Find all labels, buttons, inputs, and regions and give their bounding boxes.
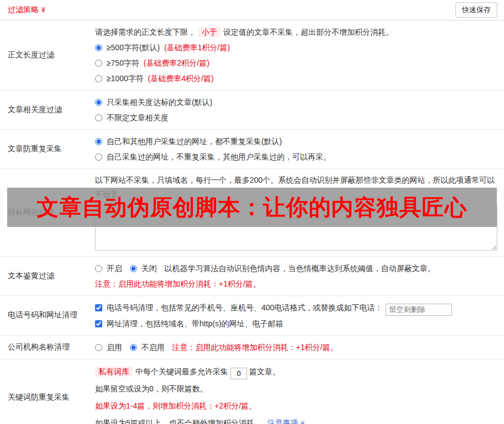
radio-porn-off-label: 关闭 (141, 264, 157, 273)
max-articles-input[interactable] (230, 368, 247, 379)
row-keyword-dedup: 关键词防重复采集 私有词库中每个关键词最多允许采集篇文章。 如果留空或设为0，则… (0, 359, 504, 424)
page-title-group: 过滤策略≫ (8, 5, 47, 15)
radio-dedup-self-only[interactable]: 自己采集过的网址，不重复采集，其他用户采集过的，可以再采。 (95, 149, 497, 165)
row-label-company: 公司机构名称清理 (0, 340, 95, 355)
collapse-chevron-icon[interactable]: ≫ (40, 7, 47, 13)
radio-750-label: ≥750字符 (107, 59, 139, 67)
keyword-line1-end: 篇文章。 (249, 367, 280, 376)
radio-dedup-all-users-label: 自己和其他用户采集过的网址，都不重复采集(默认) (107, 137, 282, 146)
radio-dedup-self-only-input[interactable] (95, 153, 102, 161)
keyword-line3-cost-note: 如果设为1-4篇，则增加积分消耗：+2积分/篇。 (95, 398, 497, 415)
radio-500-label: ≥500字符(默认) (107, 43, 160, 52)
company-cost-note: 注意：启用此功能将增加积分消耗：+1积分/篇。 (172, 343, 338, 352)
radio-option-500[interactable]: ≥500字符(默认) (基础费率1积分/篇) (95, 40, 497, 55)
desc-pre: 请选择需求的正文长度下限， (95, 28, 196, 36)
radio-1000-input[interactable] (95, 75, 102, 82)
keyword-line2: 如果留空或设为0，则不限篇数。 (95, 380, 497, 398)
radio-750-note: (基础费率2积分/篇) (144, 59, 209, 67)
radio-dedup-self-only-label: 自己采集过的网址，不重复采集，其他用户采集过的，可以再采。 (107, 152, 331, 161)
row-label-relevance: 文章相关度过滤 (0, 94, 95, 125)
replacement-phone-input[interactable] (386, 304, 452, 316)
checkbox-phone-cleanup-label: 电话号码清理，包括常见的手机号、座机号、400电话格式，或替换成如下电话： (107, 303, 382, 312)
radio-dedup-all-users-input[interactable] (95, 138, 102, 145)
radio-relevance-any[interactable]: 不限定文章相关度 (95, 110, 497, 125)
page-title: 过滤策略 (8, 5, 39, 14)
keyword-line1-mid: 中每个关键词最多允许采集 (135, 367, 228, 376)
checkbox-phone-cleanup[interactable]: 电话号码清理，包括常见的手机号、座机号、400电话格式，或替换成如下电话： (95, 300, 382, 315)
page-header: 过滤策略≫ 快速保存 (0, 0, 504, 20)
radio-relevance-any-label: 不限定文章相关度 (107, 113, 169, 122)
radio-1000-note: (基础费率4积分/篇) (148, 74, 214, 83)
radio-500-note: (基础费率1积分/篇) (164, 43, 230, 52)
row-relevance-filter: 文章相关度过滤 只采集相关度达标的文章(默认) 不限定文章相关度 (0, 91, 504, 130)
checkbox-url-cleanup-input[interactable] (95, 320, 102, 327)
row-label-dedup: 文章防重复采集 (0, 134, 95, 165)
row-body-length-filter: 正文长度过滤 请选择需求的正文长度下限，小于设定值的文章不采集，超出部分不增加积… (0, 20, 504, 91)
radio-porn-off[interactable]: 关闭 (130, 261, 157, 276)
watermark-banner-text: 文章自动伪原创脚本：让你的内容独具匠心 (37, 192, 468, 222)
radio-relevance-strict-input[interactable] (95, 99, 102, 106)
row-label-body-length: 正文长度过滤 (0, 24, 95, 86)
row-label-porn-filter: 文本鉴黄过滤 (0, 261, 95, 292)
row-phone-url-cleanup: 电话号码和网址清理 电话号码清理，包括常见的手机号、座机号、400电话格式，或替… (0, 296, 504, 336)
private-lexicon-tag: 私有词库 (95, 367, 133, 377)
porn-filter-desc: 以机器学习算法自动识别色情内容，当色情概率达到系统阈值，自动屏蔽文章。 (165, 264, 435, 273)
radio-dedup-all-users[interactable]: 自己和其他用户采集过的网址，都不重复采集(默认) (95, 134, 497, 149)
radio-company-off[interactable]: 不启用 (130, 340, 165, 355)
radio-1000-label: ≥1000字符 (107, 74, 144, 83)
radio-relevance-any-input[interactable] (95, 114, 102, 121)
body-length-desc: 请选择需求的正文长度下限，小于设定值的文章不采集，超出部分不增加积分消耗。 (95, 24, 497, 40)
radio-company-on-label: 启用 (107, 343, 122, 352)
radio-porn-on-label: 开启 (107, 264, 122, 273)
highlight-keyword: 小于 (198, 27, 221, 37)
radio-porn-on-input[interactable] (95, 265, 102, 272)
radio-company-on[interactable]: 启用 (95, 340, 122, 355)
row-label-keyword: 关键词防重复采集 (0, 363, 95, 424)
radio-option-1000[interactable]: ≥1000字符 (基础费率4积分/篇) (95, 71, 497, 86)
checkbox-phone-cleanup-input[interactable] (95, 304, 102, 311)
radio-750-input[interactable] (95, 60, 102, 67)
radio-option-750[interactable]: ≥750字符 (基础费率2积分/篇) (95, 55, 497, 71)
radio-company-off-label: 不启用 (141, 343, 165, 352)
radio-500-input[interactable] (95, 44, 102, 51)
keyword-line4: 如果设为5篇或以上，也不会额外增加积分消耗。 (95, 418, 262, 424)
radio-porn-off-input[interactable] (130, 265, 137, 272)
quick-save-button[interactable]: 快速保存 (455, 2, 497, 18)
checkbox-url-cleanup[interactable]: 网址清理，包括纯域名、带http(s)的网址、电子邮箱 (95, 316, 284, 331)
radio-company-on-input[interactable] (95, 344, 102, 351)
porn-filter-cost-note: 注意：启用此功能将增加积分消耗：+1积分/篇。 (95, 276, 497, 292)
radio-porn-on[interactable]: 开启 (95, 261, 122, 276)
row-company-cleanup: 公司机构名称清理 启用 不启用 注意：启用此功能将增加积分消耗：+1积分/篇。 (0, 336, 504, 359)
row-porn-filter: 文本鉴黄过滤 开启 关闭 以机器学习算法自动识别色情内容，当色情概率达到系统阈值… (0, 257, 504, 296)
watermark-banner: 文章自动伪原创脚本：让你的内容独具匠心 (7, 188, 497, 227)
radio-relevance-strict-label: 只采集相关度达标的文章(默认) (107, 98, 212, 107)
checkbox-url-cleanup-label: 网址清理，包括纯域名、带http(s)的网址、电子邮箱 (107, 319, 284, 328)
row-dedup-collection: 文章防重复采集 自己和其他用户采集过的网址，都不重复采集(默认) 自己采集过的网… (0, 130, 504, 169)
desc-post: 设定值的文章不采集，超出部分不增加积分消耗。 (223, 28, 393, 36)
radio-company-off-input[interactable] (130, 344, 137, 351)
notes-link-chevron-icon[interactable]: ≫ (294, 420, 311, 424)
radio-relevance-strict[interactable]: 只采集相关度达标的文章(默认) (95, 94, 497, 110)
row-label-phone-url: 电话号码和网址清理 (0, 300, 95, 331)
